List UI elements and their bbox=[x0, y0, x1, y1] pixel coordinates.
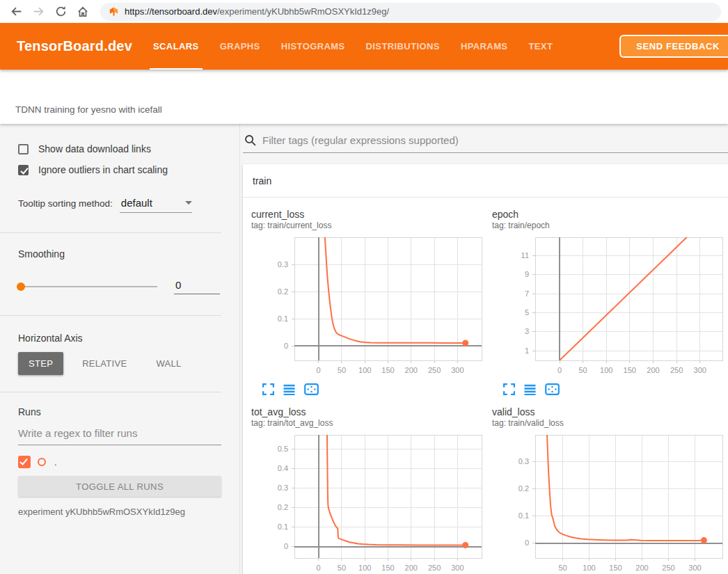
chart-epoch: epoch tag: train/epoch 05010015020025030… bbox=[492, 209, 727, 395]
filter-tags-field bbox=[243, 124, 728, 153]
chart-plot-area[interactable]: 5010015020025030000.10.20.3 bbox=[492, 432, 727, 574]
svg-text:150: 150 bbox=[609, 564, 622, 572]
tooltip-sorting-select[interactable]: default bbox=[120, 197, 192, 213]
svg-text:0.2: 0.2 bbox=[519, 484, 529, 493]
tooltip-sorting-value: default bbox=[121, 197, 152, 209]
svg-text:150: 150 bbox=[624, 366, 636, 374]
tab-histograms[interactable]: HISTOGRAMS bbox=[271, 23, 356, 70]
chart-footer-icons bbox=[251, 383, 486, 395]
svg-text:7: 7 bbox=[525, 289, 529, 298]
fit-domain-icon[interactable] bbox=[304, 383, 319, 395]
expand-fullscreen-icon[interactable] bbox=[503, 383, 515, 395]
show-download-links-checkbox-row[interactable]: Show data download links bbox=[18, 141, 221, 157]
main-area: Show data download links Ignore outliers… bbox=[0, 124, 728, 574]
train-group-header[interactable]: train bbox=[243, 164, 728, 198]
tab-hparams[interactable]: HPARAMS bbox=[450, 23, 519, 70]
data-lines-icon[interactable] bbox=[524, 384, 536, 395]
checkbox-checked-icon bbox=[18, 165, 29, 175]
chart-plot-area[interactable]: 05010015020025030000.10.20.3 bbox=[251, 234, 486, 381]
svg-text:0: 0 bbox=[317, 564, 321, 572]
reload-icon[interactable] bbox=[52, 3, 70, 21]
smoothing-slider[interactable] bbox=[18, 286, 157, 287]
chart-tag: tag: train/epoch bbox=[492, 221, 727, 230]
svg-text:50: 50 bbox=[338, 564, 346, 572]
chart-title: valid_loss bbox=[492, 406, 727, 417]
tab-distributions[interactable]: DISTRIBUTIONS bbox=[356, 23, 450, 70]
svg-text:0: 0 bbox=[284, 542, 288, 550]
axis-wall-button[interactable]: WALL bbox=[145, 352, 191, 375]
chart-tag: tag: train/valid_loss bbox=[492, 418, 727, 428]
forward-arrow-icon bbox=[33, 6, 45, 17]
svg-text:100: 100 bbox=[600, 366, 612, 374]
back-icon[interactable] bbox=[7, 3, 25, 21]
run-checkbox-checked-icon[interactable] bbox=[18, 456, 31, 468]
smoothing-label: Smoothing bbox=[18, 248, 221, 260]
forward-icon[interactable] bbox=[29, 3, 47, 21]
tooltip-sorting-row: Tooltip sorting method: default bbox=[18, 197, 221, 213]
svg-text:0: 0 bbox=[557, 366, 562, 374]
svg-text:0.1: 0.1 bbox=[519, 511, 529, 520]
svg-text:11: 11 bbox=[521, 251, 529, 260]
svg-text:150: 150 bbox=[381, 366, 394, 374]
data-lines-icon[interactable] bbox=[283, 384, 295, 395]
chart-footer-icons bbox=[492, 383, 727, 395]
smoothing-slider-row: 0 bbox=[18, 279, 221, 294]
chevron-down-icon bbox=[185, 201, 192, 205]
svg-text:200: 200 bbox=[405, 564, 418, 572]
svg-text:9: 9 bbox=[525, 270, 529, 278]
svg-text:50: 50 bbox=[558, 564, 567, 572]
send-feedback-button[interactable]: SEND FEEDBACK bbox=[619, 35, 728, 58]
run-row: . bbox=[18, 456, 221, 468]
svg-text:150: 150 bbox=[381, 564, 394, 572]
app-logo[interactable]: TensorBoard.dev bbox=[0, 38, 143, 54]
svg-text:0.3: 0.3 bbox=[278, 260, 288, 269]
svg-text:250: 250 bbox=[662, 564, 674, 572]
show-download-links-label: Show data download links bbox=[38, 141, 151, 157]
url-text: https://tensorboard.dev/experiment/yKUbh… bbox=[125, 6, 389, 17]
tab-text[interactable]: TEXT bbox=[518, 23, 563, 70]
axis-step-button[interactable]: STEP bbox=[18, 352, 63, 375]
address-bar[interactable]: https://tensorboard.dev/experiment/yKUbh… bbox=[100, 3, 721, 21]
filter-tags-input[interactable] bbox=[262, 134, 728, 146]
tab-scalars[interactable]: SCALARS bbox=[143, 23, 209, 70]
runs-label: Runs bbox=[18, 406, 221, 417]
axis-relative-button[interactable]: RELATIVE bbox=[72, 352, 137, 375]
ignore-outliers-checkbox-row[interactable]: Ignore outliers in chart scaling bbox=[18, 162, 221, 177]
svg-text:200: 200 bbox=[405, 366, 418, 374]
runs-filter-input[interactable] bbox=[18, 427, 221, 439]
run-name: . bbox=[54, 457, 57, 468]
svg-text:0.3: 0.3 bbox=[278, 484, 288, 492]
svg-text:0.3: 0.3 bbox=[519, 457, 529, 465]
toggle-all-runs-button[interactable]: TOGGLE ALL RUNS bbox=[18, 476, 221, 497]
svg-text:300: 300 bbox=[451, 366, 464, 374]
chart-plot-area[interactable]: 0501001502002503001357911 bbox=[492, 234, 727, 381]
fit-domain-icon[interactable] bbox=[545, 383, 560, 395]
tooltip-sorting-label: Tooltip sorting method: bbox=[18, 198, 113, 209]
checkbox-unchecked-icon bbox=[18, 144, 29, 154]
run-color-circle-icon bbox=[38, 458, 46, 466]
sidebar-divider bbox=[0, 232, 221, 233]
smoothing-value-input[interactable]: 0 bbox=[174, 279, 220, 294]
dashboard-content: train current_loss tag: train/current_lo… bbox=[240, 124, 728, 574]
expand-fullscreen-icon[interactable] bbox=[262, 383, 274, 395]
tab-graphs[interactable]: GRAPHS bbox=[209, 23, 271, 70]
svg-text:0: 0 bbox=[284, 342, 288, 350]
horizontal-axis-buttons: STEP RELATIVE WALL bbox=[18, 352, 221, 375]
chart-current-loss: current_loss tag: train/current_loss 050… bbox=[251, 209, 486, 395]
back-arrow-icon bbox=[10, 6, 22, 17]
svg-text:0.1: 0.1 bbox=[278, 523, 288, 531]
experiment-title-band: TDNN training for yesno with icefall bbox=[0, 70, 728, 124]
experiment-title: TDNN training for yesno with icefall bbox=[15, 104, 162, 115]
train-group-card: train current_loss tag: train/current_lo… bbox=[243, 164, 728, 574]
svg-text:0.1: 0.1 bbox=[278, 314, 288, 323]
search-icon bbox=[244, 134, 256, 146]
svg-text:100: 100 bbox=[358, 564, 371, 572]
svg-text:300: 300 bbox=[688, 564, 701, 572]
chart-tot-avg-loss: tot_avg_loss tag: train/tot_avg_loss 050… bbox=[251, 406, 486, 574]
app-header: TensorBoard.dev SCALARS GRAPHS HISTOGRAM… bbox=[0, 23, 728, 70]
smoothing-slider-thumb[interactable] bbox=[17, 282, 25, 291]
svg-text:200: 200 bbox=[647, 366, 659, 374]
home-icon[interactable] bbox=[74, 3, 92, 21]
chart-plot-area[interactable]: 05010015020025030000.10.20.30.40.5 bbox=[251, 432, 486, 574]
sidebar-divider bbox=[0, 315, 221, 316]
